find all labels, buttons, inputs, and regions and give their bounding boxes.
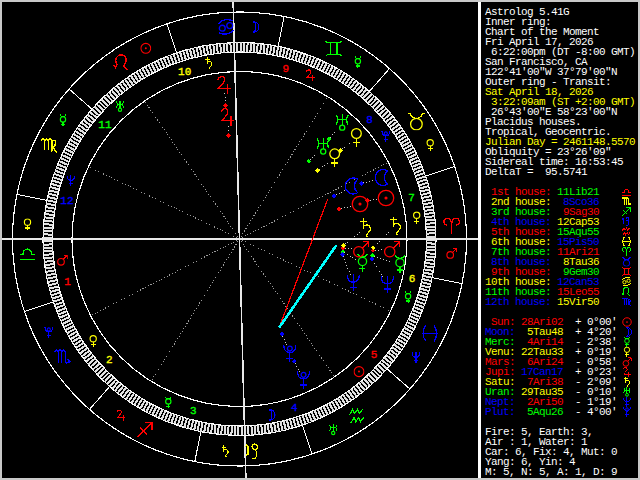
svg-text:11: 11 [98, 119, 112, 131]
svg-text:1: 1 [64, 276, 71, 288]
svg-text:12: 12 [60, 195, 73, 207]
svg-text:4: 4 [291, 402, 298, 414]
svg-text:3: 3 [190, 405, 197, 417]
svg-text:7: 7 [408, 192, 415, 204]
svg-text:9: 9 [282, 63, 289, 75]
svg-text:5: 5 [371, 349, 378, 361]
svg-text:2: 2 [106, 354, 113, 366]
svg-text:6: 6 [409, 273, 416, 285]
svg-text:10: 10 [178, 66, 191, 78]
svg-text:8: 8 [366, 114, 373, 126]
